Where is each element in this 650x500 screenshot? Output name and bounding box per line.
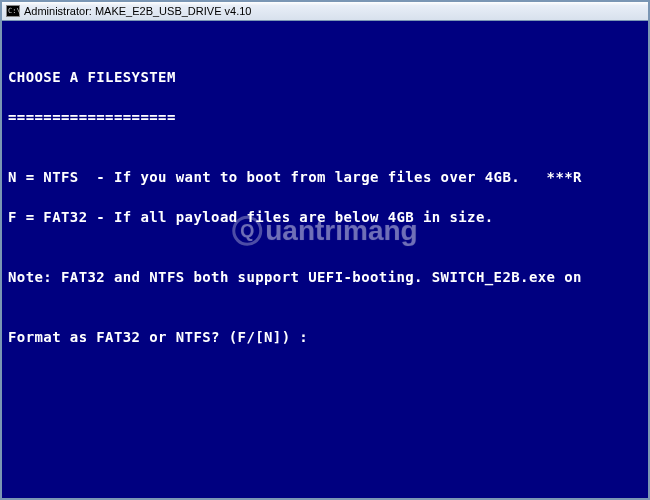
uefi-note: Note: FAT32 and NTFS both support UEFI-b… xyxy=(8,267,642,287)
window-title: Administrator: MAKE_E2B_USB_DRIVE v4.10 xyxy=(24,5,251,17)
format-prompt[interactable]: Format as FAT32 or NTFS? (F/[N]) : xyxy=(8,327,642,347)
console-window: C:\ Administrator: MAKE_E2B_USB_DRIVE v4… xyxy=(0,0,650,500)
option-fat32: F = FAT32 - If all payload files are bel… xyxy=(8,207,642,227)
window-titlebar[interactable]: C:\ Administrator: MAKE_E2B_USB_DRIVE v4… xyxy=(2,2,648,21)
fs-header: CHOOSE A FILESYSTEM xyxy=(8,67,642,87)
cmd-icon: C:\ xyxy=(6,5,20,17)
option-ntfs: N = NTFS - If you want to boot from larg… xyxy=(8,167,642,187)
terminal-output[interactable]: CHOOSE A FILESYSTEM =================== … xyxy=(2,21,648,498)
fs-header-underline: =================== xyxy=(8,107,642,127)
